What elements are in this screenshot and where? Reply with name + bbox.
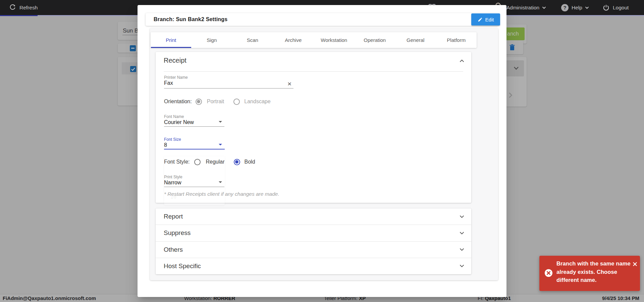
print-style-label: Print Style [164, 175, 182, 179]
help-icon: ? [561, 4, 569, 11]
printer-name-label: Printer Name [164, 75, 188, 80]
tab-bar: Print Sign Scan Archive Workstation Oper… [151, 32, 477, 48]
nav-help[interactable]: ? Help [561, 0, 589, 15]
font-name-underline [164, 126, 224, 127]
error-icon [545, 269, 552, 277]
branch-settings-dialog: Branch: Sun Bank2 Settings Edit Print Si… [138, 5, 506, 297]
branch-row-checkbox[interactable] [130, 66, 136, 72]
collapsed-sections: Report Suppress Others Host Specific [156, 208, 471, 274]
print-style-underline [164, 187, 224, 187]
font-style-bold-label: Bold [245, 159, 255, 165]
select-arrow-icon [219, 181, 222, 183]
printer-name-underline [164, 88, 293, 88]
section-suppress[interactable]: Suppress [156, 225, 471, 241]
tab-archive[interactable]: Archive [273, 32, 314, 48]
trash-icon[interactable] [509, 44, 516, 51]
power-icon [603, 4, 609, 11]
refresh-label: Refresh [19, 5, 38, 11]
tab-general[interactable]: General [395, 32, 436, 48]
select-arrow-icon [219, 144, 222, 145]
select-arrow-icon [219, 121, 222, 123]
delete-toolbar-card [506, 41, 523, 54]
edit-button[interactable]: Edit [471, 13, 500, 25]
refresh-button[interactable]: Refresh [9, 0, 38, 15]
orientation-field: Orientation: Portrait Landscape [164, 98, 271, 105]
edit-button-label: Edit [485, 17, 494, 22]
nav-logout[interactable]: Logout [603, 0, 629, 15]
section-host-specific[interactable]: Host Specific [156, 258, 471, 274]
help-label: Help [572, 5, 582, 11]
tab-platform[interactable]: Platform [436, 32, 477, 48]
status-user: FiAdmin@Qaxpauto1.onmicrosoft.com [3, 296, 96, 301]
font-size-label: Font Size [164, 137, 181, 142]
receipt-divider [164, 71, 463, 72]
chevron-down-icon [460, 215, 464, 218]
orientation-landscape-label: Landscape [244, 99, 270, 105]
font-size-underline [164, 149, 225, 149]
nav-administration[interactable]: Administration [506, 0, 546, 15]
dialog-title-card: Branch: Sun Bank2 Settings Edit [146, 13, 498, 26]
font-style-bold-radio[interactable] [234, 159, 240, 165]
orientation-portrait-radio[interactable] [196, 99, 202, 105]
tab-operation[interactable]: Operation [355, 32, 395, 48]
toast-close-icon[interactable] [633, 262, 637, 266]
clear-icon[interactable]: × [287, 81, 291, 86]
font-style-label: Font Style: [164, 159, 190, 165]
pencil-icon [478, 17, 483, 22]
font-style-field: Font Style: Regular Bold [164, 159, 255, 165]
print-style-value: Narrow [164, 180, 181, 186]
orientation-landscape-radio[interactable] [233, 99, 240, 105]
receipt-section-title: Receipt [164, 57, 186, 64]
tab-sign[interactable]: Sign [192, 32, 232, 48]
chevron-down-icon [460, 232, 464, 235]
chevron-down-icon [542, 6, 546, 9]
toast-message: Branch with the same name already exists… [556, 259, 632, 284]
tab-scan[interactable]: Scan [232, 32, 273, 48]
chevron-down-icon [585, 6, 589, 9]
chevron-down-icon [460, 248, 464, 251]
font-style-regular-label: Regular [206, 159, 224, 165]
administration-label: Administration [506, 5, 539, 11]
chevron-up-icon[interactable] [460, 59, 464, 62]
restart-note: * Restart Receipts client if any changes… [164, 191, 279, 197]
screen: Refresh Administration ? Help [0, 0, 644, 302]
tab-print[interactable]: Print [151, 32, 192, 48]
settings-tab-group: Print Sign Scan Archive Workstation Oper… [150, 28, 498, 280]
chevron-down-icon [460, 264, 464, 267]
printer-name-input[interactable]: Fax [164, 80, 173, 86]
tab-workstation[interactable]: Workstation [314, 32, 355, 48]
logout-label: Logout [613, 5, 629, 11]
select-all-checkbox[interactable] [130, 45, 136, 51]
error-toast: Branch with the same name already exists… [539, 256, 640, 291]
add-branch-button[interactable]: anch [504, 27, 525, 40]
font-name-label: Font Name [164, 114, 184, 119]
branch-detail-card [505, 57, 527, 107]
receipt-section: Receipt 8 16 Printer Name Fax × Orientat… [156, 52, 471, 203]
font-size-value: 8 [164, 142, 167, 148]
section-others[interactable]: Others [156, 242, 471, 258]
chevron-right-icon[interactable] [508, 92, 513, 98]
orientation-label: Orientation: [164, 99, 192, 105]
section-report[interactable]: Report [156, 208, 471, 225]
font-name-value: Courier New [164, 119, 194, 125]
chevron-down-icon [514, 66, 519, 70]
progress-bar-value [0, 15, 38, 16]
font-style-regular-radio[interactable] [194, 159, 201, 165]
orientation-portrait-label: Portrait [207, 99, 224, 105]
status-timestamp: 9/4/25 10:34 PM [602, 296, 639, 301]
branch-detail-select[interactable] [505, 60, 524, 76]
dialog-title: Branch: Sun Bank2 Settings [154, 13, 227, 26]
refresh-icon [9, 4, 16, 11]
